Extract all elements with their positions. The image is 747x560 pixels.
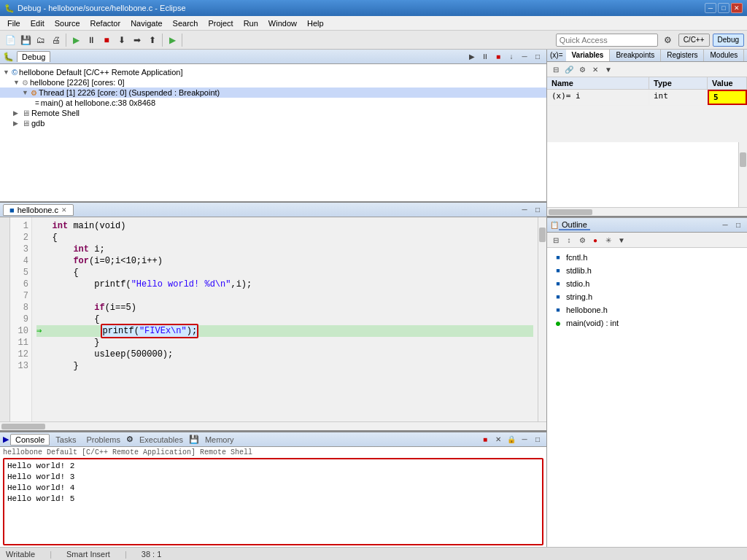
debug-suspend-icon-btn[interactable]: ⏸ bbox=[479, 51, 491, 63]
debug-tab[interactable]: Debug bbox=[17, 51, 50, 62]
variables-hscrollbar-thumb[interactable] bbox=[549, 209, 592, 215]
console-output: Hello world! 2 Hello world! 3 Hello worl… bbox=[3, 458, 543, 545]
menu-help[interactable]: Help bbox=[303, 18, 328, 29]
step-into-button[interactable]: ⬇ bbox=[115, 33, 129, 47]
debug-minimize-btn[interactable]: ─ bbox=[519, 51, 530, 63]
registers-tab[interactable]: Registers bbox=[661, 50, 704, 61]
outline-bp-btn[interactable]: ● bbox=[589, 234, 601, 246]
editor-tab-hellobone[interactable]: ■ hellobone.c ✕ bbox=[3, 204, 74, 216]
console-panel-actions: ■ ✕ 🔒 ─ □ bbox=[479, 434, 543, 446]
editor-content[interactable]: 12345 678910 111213 int main(void) { int… bbox=[0, 217, 546, 421]
modules-tab[interactable]: Modules bbox=[704, 50, 744, 61]
cpp-perspective-button[interactable]: C/C++ bbox=[678, 34, 710, 47]
editor-hscrollbar-thumb[interactable] bbox=[1, 424, 45, 429]
tree-item-process[interactable]: ▼ ⚙ hellobone [2226] [cores: 0] bbox=[0, 77, 546, 88]
variables-hscrollbar[interactable] bbox=[547, 207, 747, 216]
suspend-button[interactable]: ⏸ bbox=[84, 33, 98, 47]
menu-project[interactable]: Project bbox=[204, 18, 237, 29]
variables-tab[interactable]: Variables bbox=[566, 50, 611, 61]
process-icon: ⚙ bbox=[22, 79, 28, 87]
outline-item-fcntl[interactable]: ■ fcntl.h bbox=[550, 251, 744, 264]
quick-access-bar: ⚙ C/C++ Debug bbox=[556, 33, 744, 47]
outline-filter-btn[interactable]: ⚙ bbox=[576, 234, 588, 246]
variables-view-menu-btn[interactable]: ▼ bbox=[603, 63, 614, 75]
code-line-3: int i; bbox=[36, 244, 533, 255]
debug-maximize-btn[interactable]: □ bbox=[532, 51, 543, 63]
console-maximize-btn[interactable]: □ bbox=[532, 434, 543, 446]
tree-item-app[interactable]: ▼ © hellobone Default [C/C++ Remote Appl… bbox=[0, 67, 546, 77]
window-controls[interactable]: ─ □ ✕ bbox=[705, 3, 743, 13]
toolbar-settings-button[interactable]: ⚙ bbox=[661, 33, 676, 47]
outline-item-stdlib[interactable]: ■ stdlib.h bbox=[550, 264, 744, 277]
tree-item-thread[interactable]: ▼ ⚙ Thread [1] 2226 [core: 0] (Suspended… bbox=[0, 88, 546, 98]
outline-sort-btn[interactable]: ↕ bbox=[563, 234, 575, 246]
editor-hscrollbar[interactable] bbox=[0, 421, 546, 430]
menu-edit[interactable]: Edit bbox=[26, 18, 49, 29]
menu-window[interactable]: Window bbox=[264, 18, 301, 29]
editor-scrollbar-thumb[interactable] bbox=[539, 228, 546, 242]
new-button[interactable]: 📄 bbox=[3, 33, 18, 47]
menu-run[interactable]: Run bbox=[239, 18, 263, 29]
file-icon-string: ■ bbox=[553, 292, 563, 302]
debug-resume-button[interactable]: ▶ bbox=[69, 33, 83, 47]
close-button[interactable]: ✕ bbox=[731, 3, 743, 13]
debug-resume-icon-btn[interactable]: ▶ bbox=[466, 51, 478, 63]
variables-scrollbar[interactable] bbox=[738, 142, 747, 207]
console-tab[interactable]: Console bbox=[10, 434, 50, 446]
problems-tab[interactable]: Problems bbox=[82, 435, 124, 445]
remove-variable-btn[interactable]: ✕ bbox=[589, 63, 601, 75]
menu-source[interactable]: Source bbox=[50, 18, 85, 29]
outline-tab[interactable]: Outline bbox=[559, 220, 590, 230]
variables-settings-btn[interactable]: ⚙ bbox=[576, 63, 588, 75]
console-panel: ▶ Console Tasks Problems ⚙ Executables 💾… bbox=[0, 430, 546, 547]
outline-item-hellobone[interactable]: ■ hellobone.h bbox=[550, 303, 744, 316]
debug-step-icon-btn[interactable]: ↓ bbox=[506, 51, 517, 63]
outline-item-stdio[interactable]: ■ stdio.h bbox=[550, 277, 744, 290]
run-button[interactable]: ▶ bbox=[165, 33, 179, 47]
minimize-button[interactable]: ─ bbox=[705, 3, 716, 13]
menu-file[interactable]: File bbox=[3, 18, 25, 29]
outline-collapse-btn[interactable]: ⊟ bbox=[550, 234, 562, 246]
debug-stop-icon-btn[interactable]: ■ bbox=[492, 51, 504, 63]
maximize-button[interactable]: □ bbox=[718, 3, 729, 13]
console-stop-btn[interactable]: ■ bbox=[479, 434, 491, 446]
variable-row-i[interactable]: (x)= i int 5 bbox=[547, 90, 747, 106]
outline-minimize-btn[interactable]: ─ bbox=[719, 219, 731, 231]
print-button[interactable]: 🖨 bbox=[49, 33, 63, 47]
outline-view-menu-btn[interactable]: ▼ bbox=[616, 234, 627, 246]
outline-item-main[interactable]: ● main(void) : int bbox=[550, 316, 744, 330]
collapse-all-btn[interactable]: ⊟ bbox=[550, 63, 562, 75]
memory-tab[interactable]: Memory bbox=[201, 435, 239, 445]
line-numbers: 12345 678910 111213 bbox=[10, 217, 32, 421]
editor-scrollbar[interactable] bbox=[538, 217, 546, 421]
editor-maximize-btn[interactable]: □ bbox=[532, 204, 543, 216]
outline-item-string[interactable]: ■ string.h bbox=[550, 290, 744, 303]
step-over-button[interactable]: ➡ bbox=[130, 33, 144, 47]
tasks-tab[interactable]: Tasks bbox=[51, 435, 80, 445]
editor-tab-close[interactable]: ✕ bbox=[61, 206, 67, 214]
save-all-button[interactable]: 🗂 bbox=[34, 33, 48, 47]
console-scroll-lock-btn[interactable]: 🔒 bbox=[506, 434, 517, 446]
outline-link-btn[interactable]: ✳ bbox=[603, 234, 614, 246]
save-button[interactable]: 💾 bbox=[18, 33, 33, 47]
quick-access-input[interactable] bbox=[556, 34, 658, 47]
tree-item-remote-shell[interactable]: ▶ 🖥 Remote Shell bbox=[0, 108, 546, 118]
tree-item-frame[interactable]: = main() at hellobone.c:38 0x8468 bbox=[0, 98, 546, 108]
variables-scrollbar-thumb[interactable] bbox=[740, 152, 746, 167]
breakpoints-tab[interactable]: Breakpoints bbox=[610, 50, 661, 61]
terminate-button[interactable]: ■ bbox=[99, 33, 114, 47]
status-sep-1: | bbox=[50, 550, 52, 559]
editor-minimize-btn[interactable]: ─ bbox=[519, 204, 530, 216]
menu-navigate[interactable]: Navigate bbox=[126, 18, 166, 29]
tree-item-gdb[interactable]: ▶ 🖥 gdb bbox=[0, 118, 546, 128]
menu-search[interactable]: Search bbox=[169, 18, 203, 29]
console-clear-btn[interactable]: ✕ bbox=[492, 434, 504, 446]
menu-refactor[interactable]: Refactor bbox=[86, 18, 125, 29]
console-minimize-btn[interactable]: ─ bbox=[519, 434, 530, 446]
link-with-debug-btn[interactable]: 🔗 bbox=[563, 63, 575, 75]
outline-maximize-btn[interactable]: □ bbox=[732, 219, 744, 231]
code-area[interactable]: int main(void) { int i; for(i=0;i<10;i++… bbox=[32, 217, 538, 421]
executables-tab[interactable]: Executables bbox=[135, 435, 187, 445]
step-return-button[interactable]: ⬆ bbox=[145, 33, 160, 47]
debug-perspective-button[interactable]: Debug bbox=[713, 34, 744, 47]
